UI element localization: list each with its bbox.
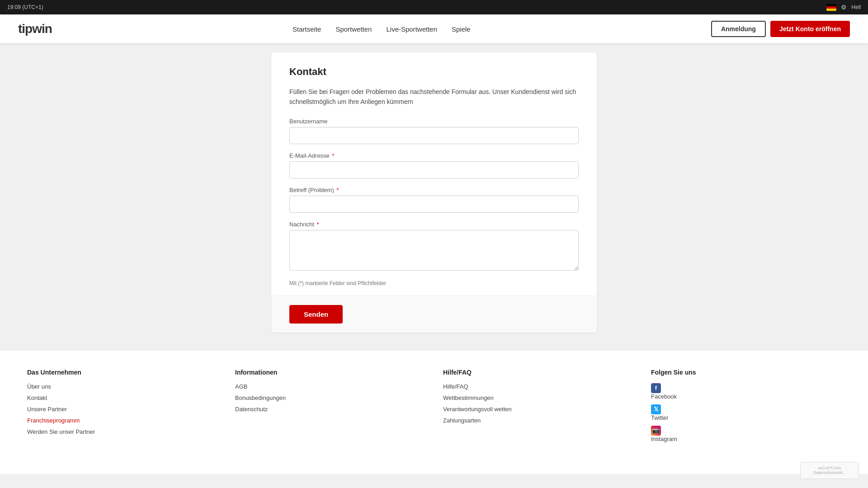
footer-datenschutz[interactable]: Datenschutz (235, 406, 425, 413)
footer-facebook-link[interactable]: f Facebook (651, 383, 841, 400)
topbar-time: 19:09 (UTC+1) (7, 4, 43, 10)
footer-bonus[interactable]: Bonusbedingungen (235, 394, 425, 401)
nav-sportwetten[interactable]: Sportwetten (335, 25, 372, 33)
email-required-star: * (330, 152, 335, 159)
logo[interactable]: tipwin (18, 22, 52, 36)
twitter-icon: 𝕏 (651, 404, 661, 414)
facebook-icon: f (651, 383, 661, 393)
username-input[interactable] (289, 127, 579, 144)
footer-help-heading: Hilfe/FAQ (443, 369, 633, 376)
message-required-star: * (315, 221, 319, 228)
konto-button[interactable]: Jetzt Konto eröffnen (770, 21, 850, 37)
main-nav: Startseite Sportwetten Live-Sportwetten … (292, 25, 471, 33)
subject-label: Betreff (Problem) * (289, 187, 579, 193)
anmeldung-button[interactable]: Anmeldung (711, 21, 766, 37)
intro-text: Füllen Sie bei Fragen oder Problemen das… (289, 87, 579, 107)
senden-button[interactable]: Senden (289, 305, 343, 324)
contact-title: Kontakt (289, 66, 579, 78)
subject-input[interactable] (289, 196, 579, 213)
footer-werden-partner[interactable]: Werden Sie unser Partner (27, 428, 217, 435)
footer-info-heading: Informationen (235, 369, 425, 376)
instagram-icon: 📷 (651, 426, 661, 436)
username-group: Benutzername (289, 118, 579, 144)
footer-social-heading: Folgen Sie uns (651, 369, 841, 376)
footer-company-heading: Das Unternehmen (27, 369, 217, 376)
footer-hilfe-faq[interactable]: Hilfe/FAQ (443, 383, 633, 390)
header: tipwin Startseite Sportwetten Live-Sport… (0, 14, 868, 43)
email-input[interactable] (289, 161, 579, 178)
topbar-right: ⚙ Hell (826, 4, 861, 11)
header-buttons: Anmeldung Jetzt Konto eröffnen (711, 21, 850, 37)
message-textarea[interactable] (289, 230, 579, 271)
footer-instagram-label: Instagram (651, 436, 677, 442)
footer-franchise[interactable]: Franchiseprogramm (27, 417, 217, 424)
footer-social: Folgen Sie uns f Facebook 𝕏 Twitter 📷 In… (651, 369, 841, 447)
contact-card: Kontakt Füllen Sie bei Fragen oder Probl… (271, 52, 597, 333)
footer-info: Informationen AGB Bonusbedingungen Daten… (235, 369, 425, 447)
nav-live-sportwetten[interactable]: Live-Sportwetten (386, 25, 437, 33)
footer-facebook-label: Facebook (651, 393, 677, 400)
footer-help: Hilfe/FAQ Hilfe/FAQ Wettbestimmungen Ver… (443, 369, 633, 447)
message-label: Nachricht * (289, 221, 579, 228)
topbar: 19:09 (UTC+1) ⚙ Hell (0, 0, 868, 14)
footer-twitter-label: Twitter (651, 414, 668, 421)
theme-label[interactable]: Hell (851, 4, 861, 10)
footer: Das Unternehmen Über uns Kontakt Unsere … (0, 351, 868, 474)
flag-de-icon[interactable] (826, 4, 836, 11)
footer-company: Das Unternehmen Über uns Kontakt Unsere … (27, 369, 217, 447)
subject-required-star: * (335, 187, 339, 193)
main-content: Kontakt Füllen Sie bei Fragen oder Probl… (0, 43, 868, 342)
footer-partner[interactable]: Unsere Partner (27, 406, 217, 413)
email-group: E-Mail-Adresse * (289, 152, 579, 178)
footer-ueber-uns[interactable]: Über uns (27, 383, 217, 390)
email-label: E-Mail-Adresse * (289, 152, 579, 159)
gear-icon[interactable]: ⚙ (841, 4, 847, 11)
footer-grid: Das Unternehmen Über uns Kontakt Unsere … (27, 369, 841, 447)
message-group: Nachricht * (289, 221, 579, 272)
footer-instagram-link[interactable]: 📷 Instagram (651, 426, 841, 442)
footer-twitter-link[interactable]: 𝕏 Twitter (651, 404, 841, 421)
required-note: Mit (*) markierte Felder sind Pflichtfel… (289, 280, 579, 286)
send-area: Senden (271, 296, 597, 333)
nav-startseite[interactable]: Startseite (292, 25, 321, 33)
nav-spiele[interactable]: Spiele (452, 25, 471, 33)
footer-agb[interactable]: AGB (235, 383, 425, 390)
username-label: Benutzername (289, 118, 579, 125)
subject-group: Betreff (Problem) * (289, 187, 579, 213)
footer-zahlungsarten[interactable]: Zahlungsarten (443, 417, 633, 424)
footer-verantwortung[interactable]: Verantwortungsvoll wetten (443, 406, 633, 413)
footer-kontakt[interactable]: Kontakt (27, 394, 217, 401)
recaptcha-widget: reCAPTCHADatenschutzerkl... (800, 462, 859, 474)
footer-wettbestimmungen[interactable]: Wettbestimmungen (443, 394, 633, 401)
